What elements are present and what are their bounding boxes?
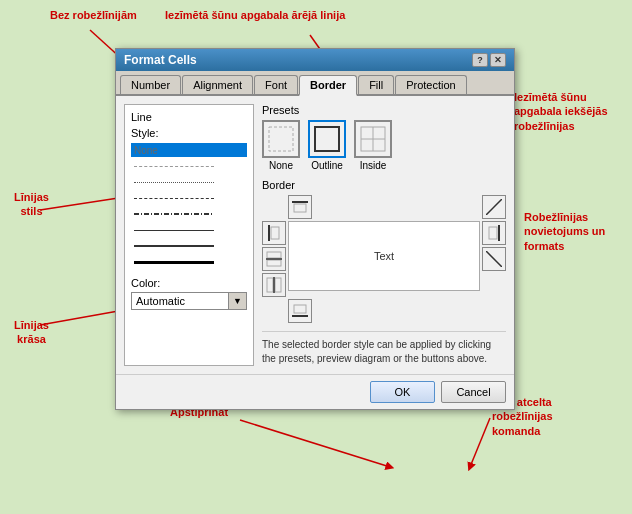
preset-inside-label: Inside [360,160,387,171]
color-row: Color: [131,277,247,289]
preview-text: Text [374,250,394,262]
tab-border[interactable]: Border [299,75,357,96]
border-bottom-row [262,299,506,323]
dialog-content: Line Style: None [116,96,514,374]
presets-row: None Outline [262,120,506,171]
color-value: Automatic [132,293,228,309]
annotation-arjeja-linija: Iezīmētā šūnu apgabala ārējā linija [165,8,345,22]
line-section: Line Style: None [124,104,254,366]
line-style-5[interactable] [131,223,247,237]
presets-label: Presets [262,104,506,116]
border-top-button[interactable] [288,195,312,219]
svg-rect-9 [315,127,339,151]
svg-rect-18 [267,252,281,258]
svg-rect-14 [294,204,306,212]
svg-rect-19 [267,260,281,266]
border-left-button[interactable] [262,221,286,245]
annotation-linijas-krasa: Līnijaskrāsa [4,318,59,347]
hint-text: The selected border style can be applied… [262,331,506,366]
preset-outline[interactable]: Outline [308,120,346,171]
svg-rect-22 [275,278,281,292]
border-right-col [482,221,506,297]
border-vmid-button[interactable] [262,273,286,297]
border-preview[interactable]: Text [288,221,480,291]
svg-rect-27 [294,305,306,313]
titlebar-buttons: ? ✕ [472,53,506,67]
tab-font[interactable]: Font [254,75,298,94]
border-label: Border [262,179,506,191]
border-diag2-button[interactable] [482,247,506,271]
format-cells-dialog: Format Cells ? ✕ Number Alignment Font B… [115,48,515,410]
close-button[interactable]: ✕ [490,53,506,67]
preset-none[interactable]: None [262,120,300,171]
tab-protection[interactable]: Protection [395,75,467,94]
none-text: None [134,145,158,156]
svg-line-7 [470,418,490,467]
line-style-3[interactable] [131,191,247,205]
border-layout: Text [262,195,506,323]
preset-outline-btn[interactable] [308,120,346,158]
line-style-4[interactable] [131,207,247,221]
border-hmid-button[interactable] [262,247,286,271]
style-label: Style: [131,127,247,139]
line-style-none[interactable]: None [131,143,247,157]
color-dropdown-arrow[interactable]: ▼ [228,293,246,309]
line-section-title: Line [131,111,247,123]
tab-fill[interactable]: Fill [358,75,394,94]
annotation-linijas-stils: Līnijasstils [4,190,59,219]
ok-button[interactable]: OK [370,381,435,403]
svg-line-15 [486,199,502,215]
tab-number[interactable]: Number [120,75,181,94]
right-section: Presets None Outline [262,104,506,366]
line-style-6[interactable] [131,239,247,253]
border-middle-row: Text [262,221,506,297]
border-left-col [262,221,286,297]
border-diag1-button[interactable] [482,195,506,219]
preset-outline-label: Outline [311,160,343,171]
svg-rect-8 [269,127,293,151]
svg-line-26 [486,251,502,267]
content-row: Line Style: None [124,104,506,366]
annotation-iekshejais: Iezīmētā šūnuapgabala iekšējāsrobežlīnij… [514,90,624,133]
svg-rect-25 [489,227,497,239]
line-styles: None [131,143,247,269]
svg-rect-21 [267,278,273,292]
help-button[interactable]: ? [472,53,488,67]
preset-none-label: None [269,160,293,171]
dialog-footer: OK Cancel [116,374,514,409]
annotation-novietojums: Robežlīnijasnovietojums unformats [524,210,624,253]
svg-line-6 [240,420,390,467]
cancel-button[interactable]: Cancel [441,381,506,403]
tab-alignment[interactable]: Alignment [182,75,253,94]
border-right-button[interactable] [482,221,506,245]
preset-none-btn[interactable] [262,120,300,158]
preset-inside-btn[interactable] [354,120,392,158]
color-label: Color: [131,277,160,289]
dialog-title: Format Cells [124,53,197,67]
line-style-7[interactable] [131,255,247,269]
border-top-row [262,195,506,219]
preset-inside[interactable]: Inside [354,120,392,171]
annotation-bez-robezlinijam: Bez robežlīnijām [50,8,137,22]
tab-bar: Number Alignment Font Border Fill Protec… [116,71,514,96]
line-style-1[interactable] [131,159,247,173]
line-style-2[interactable] [131,175,247,189]
dialog-titlebar: Format Cells ? ✕ [116,49,514,71]
border-bottom-button[interactable] [288,299,312,323]
svg-rect-17 [271,227,279,239]
